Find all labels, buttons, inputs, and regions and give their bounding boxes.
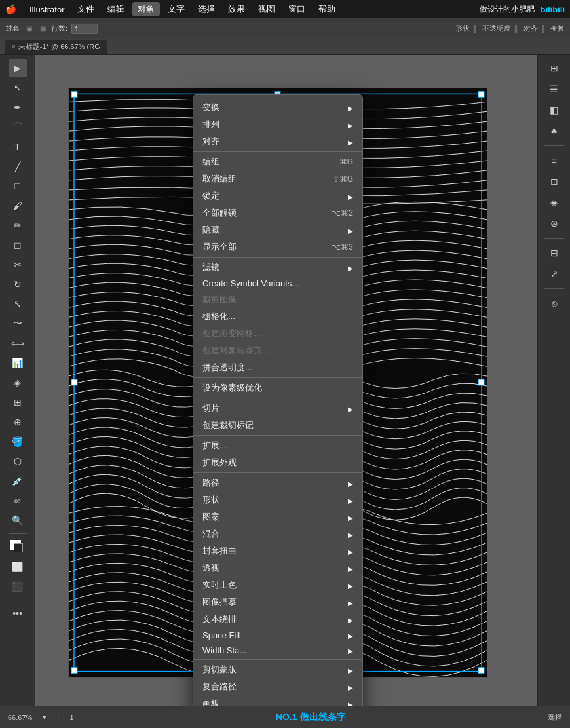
tutorial-status: NO.1 做出线条字	[85, 712, 537, 723]
menu-item-arrange[interactable]: 排列	[193, 116, 362, 133]
menu-select[interactable]: 选择	[193, 2, 220, 16]
toolbar-rows-input[interactable]	[71, 24, 98, 34]
menu-item-crop-image[interactable]: 裁剪图像	[193, 291, 362, 308]
menu-type[interactable]: 文字	[162, 2, 190, 16]
menu-item-space-fill[interactable]: Space Fill	[193, 628, 362, 643]
transform-icon[interactable]: ⤢	[545, 265, 563, 283]
menu-view[interactable]: 视图	[253, 2, 280, 16]
menu-help[interactable]: 帮助	[313, 2, 341, 16]
mesh-tool-icon[interactable]: ⊞	[9, 393, 27, 412]
shortcut-unlock: ⌥⌘2	[332, 208, 353, 218]
menu-item-lock[interactable]: 锁定	[193, 187, 362, 204]
menu-item-hide[interactable]: 隐藏	[193, 221, 362, 239]
perspective-tool-icon[interactable]: ⬡	[9, 452, 27, 470]
symbols-icon[interactable]: ♣	[545, 122, 563, 140]
submenu-arrow-icon	[348, 529, 353, 539]
menu-illustrator[interactable]: Illustrator	[24, 3, 69, 16]
document-tab[interactable]: × 未标题-1* @ 66.67% (RG	[5, 40, 107, 54]
shape-builder-tool-icon[interactable]: ⊕	[9, 413, 27, 431]
menu-item-compound-path[interactable]: 复合路径	[193, 678, 362, 695]
menu-item-pixel-perfect[interactable]: 设为像素级优化	[193, 379, 362, 396]
layers-icon[interactable]: ◧	[545, 101, 563, 119]
appearance-icon[interactable]: ⊛	[545, 214, 563, 233]
type-tool-icon[interactable]: T	[9, 138, 27, 156]
menu-item-envelope-distort[interactable]: 封套扭曲	[193, 543, 362, 560]
menu-item-show-all[interactable]: 显示全部 ⌥⌘3	[193, 239, 362, 256]
menu-item-perspective[interactable]: 透视	[193, 560, 362, 577]
menu-item-image-trace[interactable]: 图像描摹	[193, 594, 362, 611]
menu-object[interactable]: 对象	[132, 2, 160, 16]
menu-item-width-sta[interactable]: Width Sta...	[193, 643, 362, 658]
menu-item-path[interactable]: 路径	[193, 474, 362, 491]
properties-icon[interactable]: ⊞	[545, 59, 563, 77]
submenu-arrow-icon	[348, 512, 353, 522]
menu-item-align[interactable]: 对齐	[193, 133, 362, 150]
pen-tool-icon[interactable]: ✒	[9, 98, 27, 117]
rotate-tool-icon[interactable]: ↻	[9, 275, 27, 294]
fill-stroke-icon[interactable]	[9, 538, 27, 556]
graphic-styles-icon[interactable]: ◈	[545, 193, 563, 212]
bilibili-logo: bilibili	[540, 5, 565, 14]
line-tool-icon[interactable]: ╱	[9, 157, 27, 176]
menu-item-rasterize[interactable]: 栅格化...	[193, 308, 362, 325]
menu-item-artboard[interactable]: 画板	[193, 695, 362, 706]
menu-item-filters[interactable]: 滤镜	[193, 259, 362, 276]
canvas-area[interactable]: 变换 排列 对齐 编组 ⌘G 取消编组	[35, 55, 537, 706]
warp-tool-icon[interactable]: 〜	[9, 315, 27, 333]
gradient-tool-icon[interactable]: ◈	[9, 374, 27, 392]
menu-item-pattern[interactable]: 图案	[193, 508, 362, 526]
more-tools-icon[interactable]: •••	[9, 604, 27, 623]
menu-file[interactable]: 文件	[72, 2, 100, 16]
zoom-tool-icon[interactable]: 🔍	[9, 511, 27, 529]
menu-item-text-wrap[interactable]: 文本绕排	[193, 611, 362, 628]
drawing-mode-icon[interactable]: ⬜	[9, 558, 27, 576]
menu-item-create-object-mosaic[interactable]: 创建对象马赛克...	[193, 342, 362, 359]
asset-export-icon[interactable]: ⎋	[545, 294, 563, 313]
rect-tool-icon[interactable]: □	[9, 177, 27, 195]
select-tool-icon[interactable]: ▶	[9, 59, 27, 77]
menu-item-transform[interactable]: 变换	[193, 99, 362, 116]
curvature-tool-icon[interactable]: ⌒	[9, 118, 27, 136]
eyedropper-tool-icon[interactable]: 💉	[9, 472, 27, 490]
menu-item-clipping-mask[interactable]: 剪切蒙版	[193, 661, 362, 678]
scissors-tool-icon[interactable]: ✂	[9, 256, 27, 274]
channel-name: 做设计的小肥肥	[480, 4, 535, 15]
tab-close-icon[interactable]: ×	[12, 43, 16, 50]
menu-item-expand[interactable]: 扩展...	[193, 437, 362, 454]
menu-item-ungroup[interactable]: 取消编组 ⇧⌘G	[193, 170, 362, 187]
libraries-icon[interactable]: ☰	[545, 80, 563, 98]
menu-item-flatten-transparency[interactable]: 拼合透明度...	[193, 359, 362, 376]
swatches-icon[interactable]: ⊡	[545, 172, 563, 191]
live-paint-tool-icon[interactable]: 🪣	[9, 432, 27, 451]
menu-item-expand-appearance[interactable]: 扩展外观	[193, 454, 362, 471]
align-icon[interactable]: ⊟	[545, 244, 563, 262]
menu-item-create-trim-marks[interactable]: 创建裁切标记	[193, 417, 362, 434]
menu-item-create-symbol-variants[interactable]: Create Symbol Variants...	[193, 276, 362, 291]
menu-item-shape[interactable]: 形状	[193, 491, 362, 508]
menu-edit[interactable]: 编辑	[102, 2, 130, 16]
svg-rect-2	[71, 91, 77, 97]
menu-item-create-gradient-mesh[interactable]: 创建渐变网格...	[193, 325, 362, 342]
column-graph-tool-icon[interactable]: 📊	[9, 354, 27, 372]
menu-item-unlock-all[interactable]: 全部解锁 ⌥⌘2	[193, 204, 362, 221]
menu-item-group[interactable]: 编组 ⌘G	[193, 153, 362, 170]
screen-mode-icon[interactable]: ⬛	[9, 577, 27, 596]
menu-item-live-paint[interactable]: 实时上色	[193, 577, 362, 594]
menu-item-slice[interactable]: 切片	[193, 400, 362, 417]
scale-tool-icon[interactable]: ⤡	[9, 295, 27, 313]
menu-item-blend[interactable]: 混合	[193, 526, 362, 543]
menu-bar: 🍎 Illustrator 文件 编辑 对象 文字 选择 效果 视图 窗口 帮助…	[0, 0, 570, 18]
submenu-arrow-icon	[348, 478, 353, 488]
brushes-icon[interactable]: ≡	[545, 151, 563, 170]
blend-tool-icon[interactable]: ∞	[9, 491, 27, 510]
menu-window[interactable]: 窗口	[283, 2, 311, 16]
width-tool-icon[interactable]: ⟺	[9, 334, 27, 353]
paintbrush-tool-icon[interactable]: 🖌	[9, 197, 27, 215]
menu-effect[interactable]: 效果	[223, 2, 250, 16]
shortcut-group: ⌘G	[339, 157, 353, 166]
pencil-tool-icon[interactable]: ✏	[9, 216, 27, 235]
direct-select-tool-icon[interactable]: ↖	[9, 79, 27, 97]
eraser-tool-icon[interactable]: ◻	[9, 236, 27, 254]
menu-section-filters: 滤镜 Create Symbol Variants... 裁剪图像 栅格化...…	[193, 258, 362, 378]
submenu-arrow-icon	[348, 699, 353, 706]
